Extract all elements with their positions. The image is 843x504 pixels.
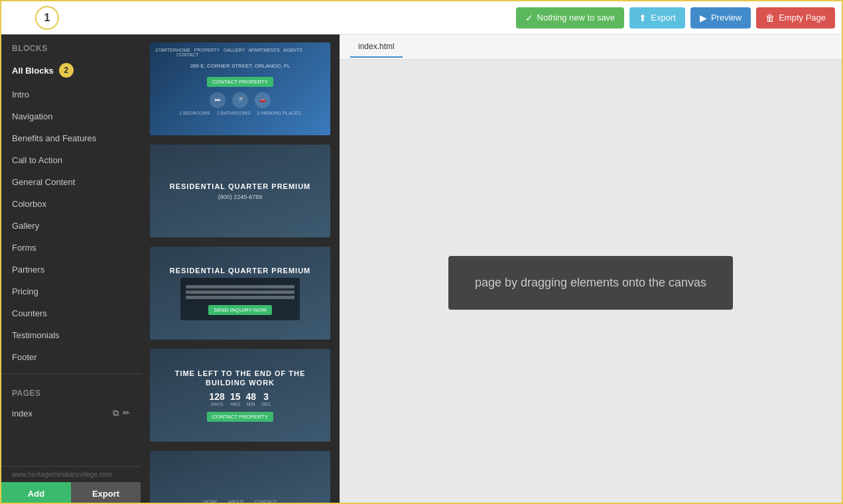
sidebar-item-colorbox[interactable]: Colorbox xyxy=(1,193,141,215)
counter-3: 48 xyxy=(245,391,256,402)
spec-2: 2 BATHROOMS xyxy=(217,111,250,115)
content-area: STARTER HOME PROPERTY GALLERY APARTMENTS… xyxy=(141,34,842,504)
top-bar: 1 ✓ Nothing new to save ⬆ Export ▶ Previ… xyxy=(1,1,842,34)
counter-1-label: DAYS xyxy=(210,402,225,407)
block-forms-title: RESIDENTIAL QUARTER PREMIUM xyxy=(170,266,311,275)
sidebar-item-footer[interactable]: Footer xyxy=(1,346,141,368)
block-form-btn[interactable]: SEND INQUIRY NOW xyxy=(208,305,271,315)
thumb-icon-3: 🚗 xyxy=(255,92,271,108)
all-blocks-badge: 2 xyxy=(59,63,74,78)
footer-link-2: ABOUT xyxy=(228,499,244,504)
canvas-tab-bar: index.html xyxy=(340,34,842,60)
sidebar-item-all-blocks[interactable]: All Blocks 2 xyxy=(1,57,141,84)
footer-link-1: HOME xyxy=(204,499,218,504)
sidebar-item-general[interactable]: General Content xyxy=(1,171,141,193)
sidebar-item-benefits[interactable]: Benefits and Features xyxy=(1,127,141,149)
counter-cta-btn[interactable]: CONTACT PROPERTY xyxy=(207,412,273,422)
export-icon: ⬆ xyxy=(639,13,647,23)
canvas-content[interactable]: page by dragging elements onto the canva… xyxy=(340,60,842,504)
counter-3-label: MIN xyxy=(245,402,256,407)
sidebar-divider xyxy=(1,373,141,374)
menu-button[interactable] xyxy=(8,6,32,30)
canvas-area: index.html page by dragging elements ont… xyxy=(340,34,842,504)
export-button[interactable]: ⬆ Export xyxy=(629,7,685,29)
sidebar-item-cta[interactable]: Call to Action xyxy=(1,149,141,171)
block-thumb-cta[interactable]: RESIDENTIAL QUARTER PREMIUM (800) 2245-6… xyxy=(149,143,332,239)
sidebar-item-partners[interactable]: Partners xyxy=(1,259,141,281)
thumb-icon-1: 🛏 xyxy=(210,92,226,108)
page-item-icons: ⧉ ✏ xyxy=(113,408,130,418)
block-cta-phone: (800) 2245-6789 xyxy=(218,194,263,200)
top-bar-actions: ✓ Nothing new to save ⬆ Export ▶ Preview… xyxy=(516,7,835,29)
thumb-icon-2: 🚿 xyxy=(232,92,248,108)
sidebar-export-button[interactable]: Export xyxy=(71,482,141,504)
preview-icon: ▶ xyxy=(700,13,707,23)
spec-3: 3 PARKING PLACES xyxy=(257,111,300,115)
sidebar-bottom-buttons: Add Export xyxy=(1,482,141,504)
counter-2-label: HRS xyxy=(230,402,241,407)
sidebar-footer: www.heritagechristiancollege.com Add Exp… xyxy=(1,466,141,504)
edit-page-icon[interactable]: ✏ xyxy=(123,408,130,418)
canvas-tab-index[interactable]: index.html xyxy=(350,36,403,58)
canvas-empty-message: page by dragging elements onto the canva… xyxy=(448,256,733,310)
add-button[interactable]: Add xyxy=(1,482,71,504)
counter-1: 128 xyxy=(210,391,225,402)
sidebar-item-forms[interactable]: Forms xyxy=(1,237,141,259)
site-url: www.heritagechristiancollege.com xyxy=(1,467,141,482)
block-cta-btn[interactable]: CONTACT PROPERTY xyxy=(207,77,273,87)
sidebar-item-intro[interactable]: Intro xyxy=(1,84,141,105)
block-thumb-footer[interactable]: HOME ABOUT CONTACT © 2024 ALL RIGHTS RES… xyxy=(149,450,332,504)
pages-section-title: Pages xyxy=(1,379,141,402)
sidebar: Blocks All Blocks 2 Intro Navigation Ben… xyxy=(1,34,141,504)
main-layout: Blocks All Blocks 2 Intro Navigation Ben… xyxy=(1,34,842,504)
page-item-index[interactable]: index ⧉ ✏ xyxy=(1,402,141,424)
footer-link-3: CONTACT xyxy=(255,499,277,504)
blocks-panel: STARTER HOME PROPERTY GALLERY APARTMENTS… xyxy=(141,34,340,504)
blocks-section-title: Blocks xyxy=(1,34,141,57)
block-thumb-counters[interactable]: TIME LEFT TO THE END OF THE BUILDING WOR… xyxy=(149,347,332,443)
preview-button[interactable]: ▶ Preview xyxy=(690,7,751,29)
check-icon: ✓ xyxy=(525,13,533,23)
counter-row: 128 DAYS 15 HRS 48 MIN xyxy=(210,391,271,407)
empty-icon: 🗑 xyxy=(765,13,775,23)
block-counters-title: TIME LEFT TO THE END OF THE BUILDING WOR… xyxy=(155,369,325,388)
block-address: 289 E. CORNER STREET, ORLANDO, FL xyxy=(190,63,291,69)
sidebar-item-testimonials[interactable]: Testimonials xyxy=(1,324,141,346)
sidebar-item-navigation[interactable]: Navigation xyxy=(1,105,141,127)
duplicate-page-icon[interactable]: ⧉ xyxy=(113,408,119,418)
spec-1: 2 BEDROOMS xyxy=(179,111,210,115)
empty-page-button[interactable]: 🗑 Empty Page xyxy=(756,7,835,29)
block-thumb-forms[interactable]: RESIDENTIAL QUARTER PREMIUM SEND INQUIRY… xyxy=(149,245,332,341)
block-form-preview: SEND INQUIRY NOW xyxy=(180,278,299,320)
counter-4-label: SEC xyxy=(261,402,271,407)
counter-4: 3 xyxy=(261,391,271,402)
sidebar-item-pricing[interactable]: Pricing xyxy=(1,281,141,302)
block-thumb-intro[interactable]: STARTER HOME PROPERTY GALLERY APARTMENTS… xyxy=(149,41,332,137)
counter-2: 15 xyxy=(230,391,241,402)
sidebar-item-gallery[interactable]: Gallery xyxy=(1,215,141,237)
sidebar-item-counters[interactable]: Counters xyxy=(1,302,141,324)
save-button[interactable]: ✓ Nothing new to save xyxy=(516,7,625,29)
badge-1: 1 xyxy=(35,6,59,30)
block-cta-title: RESIDENTIAL QUARTER PREMIUM xyxy=(170,182,311,191)
